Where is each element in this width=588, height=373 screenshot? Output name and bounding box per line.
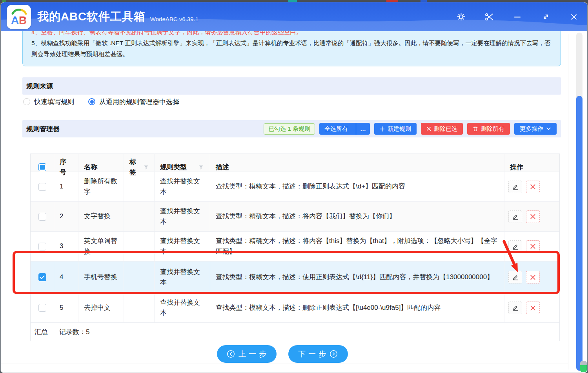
notice-box: 4、空格、回车换行、制表符等看不见的符号也属于文字，因此，请务必留意输入符合中的…	[22, 31, 561, 66]
chevron-down-icon	[546, 127, 551, 131]
row-checkbox[interactable]	[38, 213, 46, 221]
row-checkbox[interactable]	[38, 304, 46, 312]
select-all-more-button[interactable]: …	[356, 123, 370, 135]
gear-icon	[457, 12, 466, 21]
next-step-button[interactable]: 下一步	[288, 345, 348, 363]
rule-source-options: 快速填写规则 从通用的规则管理器中选择	[23, 97, 179, 107]
row-type: 查找并替换文本	[155, 172, 210, 201]
resize-icon	[541, 12, 550, 21]
row-index: 4	[54, 261, 78, 293]
vertical-scrollbar-thumb[interactable]	[576, 96, 583, 371]
page-content: 4、空格、回车换行、制表符等看不见的符号也属于文字，因此，请务必留意输入符合中的…	[1, 31, 587, 373]
pencil-icon	[512, 274, 519, 281]
row-desc: 查找类型：模糊文本，描述：使用正则表达式【\d{11}】匹配内容，并替换为【13…	[210, 261, 504, 293]
rule-source-title: 规则来源	[26, 82, 53, 91]
edit-rule-button[interactable]	[508, 271, 522, 283]
type-filter-icon[interactable]	[198, 165, 204, 170]
radio-on-icon	[88, 98, 95, 105]
minimize-icon	[513, 13, 522, 21]
edit-rule-button[interactable]	[508, 302, 522, 314]
row-type: 查找并替换文本	[155, 232, 210, 261]
table-row[interactable]: 3 英文单词替换 查找并替换文本 查找类型：精确文本，描述：将内容【this】替…	[31, 232, 559, 261]
edit-rule-button[interactable]	[508, 240, 522, 253]
tag-filter-icon[interactable]	[144, 165, 149, 170]
app-window: A B 我的ABC软件工具箱 WodeABC v6.39.1	[0, 2, 588, 373]
more-actions-button[interactable]: 更多操作	[514, 123, 557, 135]
radio-off-icon	[23, 98, 30, 105]
screenshot-button[interactable]	[484, 12, 494, 22]
pencil-icon	[512, 243, 519, 250]
titlebar[interactable]: A B 我的ABC软件工具箱 WodeABC v6.39.1	[1, 2, 587, 31]
edit-rule-button[interactable]	[508, 181, 522, 193]
rule-manager-section-header: 规则管理器 已勾选 1 条规则 全选所有 … 新建规则 删除	[22, 120, 561, 137]
circle-right-icon	[329, 350, 338, 358]
delete-all-button[interactable]: 删除所有	[467, 123, 510, 135]
radio-from-rule-manager-label: 从通用的规则管理器中选择	[99, 97, 179, 106]
row-desc: 查找类型：模糊文本，描述：删除正则表达式【\d+】匹配的内容	[210, 172, 504, 201]
radio-quick-fill-label: 快速填写规则	[34, 97, 74, 106]
logo-letter-b: B	[19, 14, 27, 26]
row-type: 查找并替换文本	[155, 293, 210, 322]
check-icon	[40, 275, 45, 280]
red-x-icon	[530, 274, 536, 280]
delete-rule-button[interactable]	[526, 302, 540, 314]
rule-manager-title: 规则管理器	[26, 124, 60, 133]
red-x-icon	[530, 184, 536, 190]
row-name: 手机号替换	[78, 261, 124, 293]
row-index: 2	[54, 202, 78, 231]
selected-count-badge: 已勾选 1 条规则	[264, 123, 315, 135]
row-name: 去掉中文	[78, 293, 124, 322]
pencil-icon	[512, 304, 519, 311]
delete-rule-button[interactable]	[526, 210, 540, 223]
table-row-selected[interactable]: 4 手机号替换 查找并替换文本 查找类型：模糊文本，描述：使用正则表达式【\d{…	[31, 261, 559, 293]
select-all-button[interactable]: 全选所有 …	[319, 123, 370, 135]
header-type: 规则类型	[160, 162, 187, 172]
minimize-button[interactable]	[513, 12, 522, 22]
row-checkbox-checked[interactable]	[38, 273, 46, 281]
row-tag	[124, 232, 155, 261]
delete-selected-button[interactable]: 删除已选	[421, 123, 463, 135]
row-tag	[124, 172, 155, 201]
rule-manager-toolbar: 已勾选 1 条规则 全选所有 … 新建规则 删除已选	[264, 120, 557, 137]
table-row[interactable]: 2 文字替换 查找并替换文本 查找类型：精确文本，描述：将内容【我们】替换为【你…	[31, 202, 559, 232]
row-tag	[124, 261, 155, 293]
record-count: 记录数：5	[54, 323, 89, 341]
red-x-icon	[530, 243, 536, 249]
corner-widget	[580, 361, 587, 372]
edit-rule-button[interactable]	[508, 210, 522, 223]
delete-rule-button[interactable]	[526, 271, 540, 283]
row-tag	[124, 293, 155, 322]
red-x-icon	[530, 214, 536, 219]
scissors-icon	[484, 12, 494, 22]
radio-from-rule-manager[interactable]: 从通用的规则管理器中选择	[88, 97, 179, 106]
app-title: 我的ABC软件工具箱	[37, 9, 146, 25]
app-version: WodeABC v6.39.1	[150, 16, 198, 22]
new-rule-button[interactable]: 新建规则	[374, 123, 417, 135]
delete-rule-button[interactable]	[526, 240, 540, 253]
row-name: 文字替换	[78, 202, 124, 231]
row-checkbox[interactable]	[38, 183, 46, 191]
pencil-icon	[512, 183, 519, 190]
row-index: 3	[54, 232, 78, 261]
logo-letter-a: A	[11, 14, 19, 26]
notice-line-4: 4、空格、回车换行、制表符等看不见的符号也属于文字，因此，请务必留意输入符合中的…	[31, 31, 552, 38]
wizard-footer: 上一步 下一步	[1, 345, 564, 363]
delete-rule-button[interactable]	[526, 181, 540, 193]
summary-label: 汇总	[31, 323, 54, 341]
circle-left-icon	[227, 350, 235, 358]
maximize-button[interactable]	[541, 12, 550, 22]
settings-button[interactable]	[456, 12, 466, 22]
red-x-icon	[530, 305, 536, 311]
rule-source-section-header: 规则来源	[22, 77, 561, 95]
panel-right-border	[568, 34, 568, 369]
footer-divider-bottom	[1, 364, 568, 364]
row-checkbox[interactable]	[38, 243, 46, 250]
select-all-checkbox[interactable]	[38, 163, 46, 171]
x-icon	[426, 126, 431, 131]
row-desc: 查找类型：精确文本，描述：将内容【我们】替换为【你们】	[210, 202, 504, 231]
prev-step-button[interactable]: 上一步	[217, 345, 277, 363]
radio-quick-fill[interactable]: 快速填写规则	[23, 97, 74, 106]
close-button[interactable]	[569, 12, 579, 22]
table-row[interactable]: 5 去掉中文 查找并替换文本 查找类型：模糊文本，描述：删除正则表达式【[\u4…	[31, 293, 559, 323]
table-row[interactable]: 1 删除所有数字 查找并替换文本 查找类型：模糊文本，描述：删除正则表达式【\d…	[31, 172, 559, 202]
